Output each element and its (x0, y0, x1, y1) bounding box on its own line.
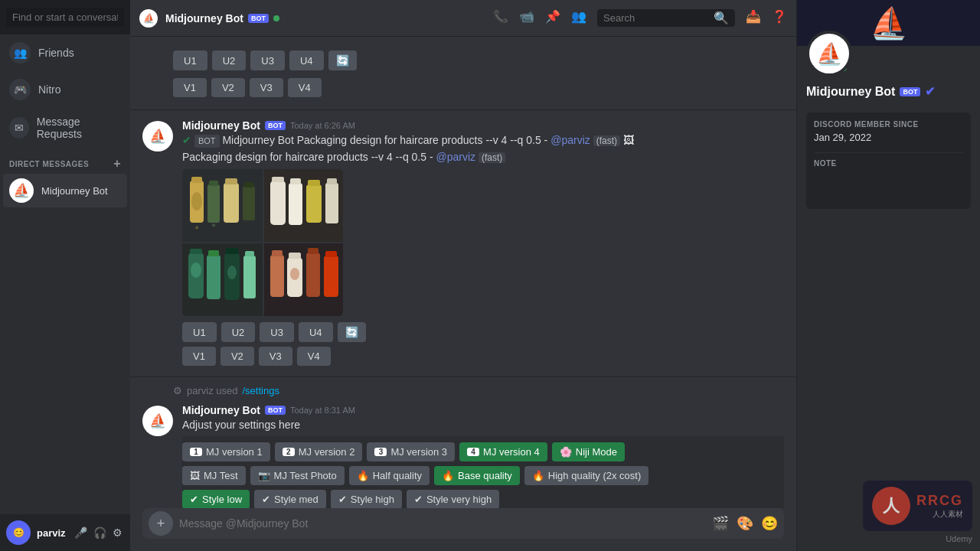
profile-name: Midjourney Bot BOT ✔ (806, 84, 971, 99)
sidebar-item-friends[interactable]: 👥 Friends (0, 34, 130, 71)
v3-btn-2[interactable]: V3 (259, 347, 292, 366)
settings-link[interactable]: /settings (242, 385, 279, 396)
chat-header-avatar: ⛵ (139, 9, 158, 28)
upscale-btn-u4[interactable]: U4 (289, 51, 324, 70)
svg-rect-6 (224, 183, 239, 223)
u4-btn-2[interactable]: U4 (299, 322, 333, 342)
upscale-row-2: U1 U2 U3 U4 🔄 (182, 322, 784, 342)
v2-btn-2[interactable]: V2 (220, 347, 254, 366)
niji-mode-btn[interactable]: 🌸 Niji Mode (552, 442, 625, 461)
profile-details-card: DISCORD MEMBER SINCE Jan 29, 2022 NOTE (806, 112, 971, 209)
svg-text:✿: ✿ (212, 223, 215, 227)
dm-section-header: DIRECT MESSAGES + (0, 148, 130, 174)
svg-rect-39 (308, 248, 318, 254)
svg-rect-17 (306, 184, 322, 223)
header-search-input[interactable] (603, 12, 710, 24)
svg-rect-25 (207, 255, 220, 299)
search-input[interactable] (6, 8, 124, 27)
help-icon[interactable]: ❓ (772, 9, 787, 27)
variation-btn-v2[interactable]: V2 (211, 78, 245, 97)
deafen-icon[interactable]: 🎧 (92, 525, 108, 540)
right-panel: ⛵ ⛵ Midjourney Bot BOT ✔ DISCORD MEMBER … (796, 0, 980, 551)
niji-icon: 🌸 (560, 446, 572, 458)
svg-point-29 (227, 266, 237, 279)
message-group-1: U1 U2 U3 U4 🔄 V1 V2 V3 V4 (130, 43, 796, 100)
msg4-time: Today at 8:31 AM (290, 406, 355, 415)
add-attachment-btn[interactable]: + (149, 511, 173, 536)
u2-btn-2[interactable]: U2 (221, 322, 256, 342)
mj-v2-btn[interactable]: 2 MJ version 2 (275, 442, 363, 461)
emoji-icon[interactable]: 😊 (761, 515, 778, 532)
svg-rect-26 (208, 250, 219, 256)
refresh-btn-2[interactable]: 🔄 (338, 322, 366, 342)
mention-link-2[interactable]: @parviz (436, 151, 476, 163)
rrcg-logo: 人 (872, 487, 910, 525)
style-high-btn[interactable]: ✔ Style high (331, 490, 402, 508)
variation-btn-v4[interactable]: V4 (288, 78, 322, 97)
test-photo-icon: 📷 (258, 470, 270, 481)
haircare-image-grid[interactable]: ✿ ✿ (182, 169, 343, 316)
u1-btn-2[interactable]: U1 (182, 322, 217, 342)
sidebar-message-requests-label: Message Requests (37, 116, 121, 140)
u3-btn-2[interactable]: U3 (260, 322, 294, 342)
upscale-btn-u2[interactable]: U2 (212, 51, 247, 70)
upscale-btn-u1[interactable]: U1 (173, 51, 207, 70)
mj-v1-btn[interactable]: 1 MJ version 1 (182, 442, 270, 461)
mention-link[interactable]: @parviz (550, 134, 590, 146)
style-med-btn[interactable]: ✔ Style med (254, 490, 326, 508)
video-icon[interactable]: 📹 (519, 9, 534, 27)
sidebar-item-midjourney-bot[interactable]: ⛵ Midjourney Bot (3, 174, 127, 207)
svg-rect-41 (325, 251, 337, 257)
gif-icon[interactable]: 🎬 (712, 515, 729, 532)
svg-rect-2 (191, 177, 202, 183)
sidebar-item-nitro[interactable]: 🎮 Nitro (0, 71, 130, 108)
svg-rect-34 (272, 250, 283, 256)
user-area: 😊 parviz 🎤 🎧 ⚙ (0, 514, 130, 551)
msg4-author: Midjourney Bot (182, 404, 260, 416)
profile-bot-badge: BOT (900, 87, 920, 96)
half-quality-btn[interactable]: 🔥 Half quality (349, 466, 430, 485)
call-icon[interactable]: 📞 (493, 9, 508, 27)
style-high-check-icon: ✔ (338, 494, 347, 505)
msg2-bot-badge: BOT (265, 121, 286, 130)
profile-avatar-large: ⛵ (806, 31, 852, 77)
chat-input[interactable] (179, 508, 706, 539)
midjourney-bot-label: Midjourney Bot (41, 185, 108, 197)
svg-rect-20 (327, 178, 337, 184)
upscale-btn-u3[interactable]: U3 (250, 51, 285, 70)
high-quality-btn[interactable]: 🔥 High quality (2x cost) (524, 466, 648, 485)
profile-note-input[interactable] (823, 171, 954, 198)
inbox-icon[interactable]: 📥 (746, 9, 761, 27)
variation-btn-v1[interactable]: V1 (173, 78, 207, 97)
profile-avatar-wrapper: ⛵ (806, 31, 852, 77)
base-quality-btn[interactable]: 🔥 Base quality (434, 466, 520, 485)
variation-row-1: V1 V2 V3 V4 (173, 78, 784, 97)
members-icon[interactable]: 👥 (571, 9, 586, 27)
v1-btn-2[interactable]: V1 (182, 347, 216, 366)
add-dm-icon[interactable]: + (113, 157, 121, 171)
v4-btn-2[interactable]: V4 (297, 347, 331, 366)
style-low-btn[interactable]: ✔ Style low (182, 490, 250, 508)
note-label: NOTE (814, 159, 963, 168)
mj-test-btn[interactable]: 🖼 MJ Test (182, 466, 246, 485)
messages-area: U1 U2 U3 U4 🔄 V1 V2 V3 V4 ⛵ Midjourney B… (130, 37, 796, 508)
header-icons: 📞 📹 📌 👥 🔍 📥 ❓ (493, 9, 787, 27)
refresh-btn-1[interactable]: 🔄 (328, 51, 357, 70)
pin-icon[interactable]: 📌 (545, 9, 560, 27)
svg-rect-13 (270, 181, 286, 225)
msg2-prompt-header: ✔ BOT Midjourney Bot Packaging design fo… (182, 133, 784, 148)
header-search-box[interactable]: 🔍 (597, 9, 735, 27)
settings-icon[interactable]: ⚙ (111, 525, 124, 540)
mj-v3-btn[interactable]: 3 MJ version 3 (367, 442, 455, 461)
msg4-text: Adjust your settings here (182, 418, 784, 433)
sidebar-search-area[interactable] (0, 0, 130, 34)
variation-btn-v3[interactable]: V3 (250, 78, 283, 97)
mj-test-photo-btn[interactable]: 📷 MJ Test Photo (250, 466, 345, 485)
style-very-high-btn[interactable]: ✔ Style very high (407, 490, 499, 508)
sticker-icon[interactable]: 🎨 (737, 515, 753, 532)
msg2-header: Midjourney Bot BOT Today at 6:26 AM (182, 119, 784, 132)
svg-rect-7 (225, 178, 237, 184)
sidebar-item-message-requests[interactable]: ✉ Message Requests (0, 108, 130, 148)
mute-icon[interactable]: 🎤 (73, 525, 89, 540)
mj-v4-btn[interactable]: 4 MJ version 4 (459, 442, 547, 461)
